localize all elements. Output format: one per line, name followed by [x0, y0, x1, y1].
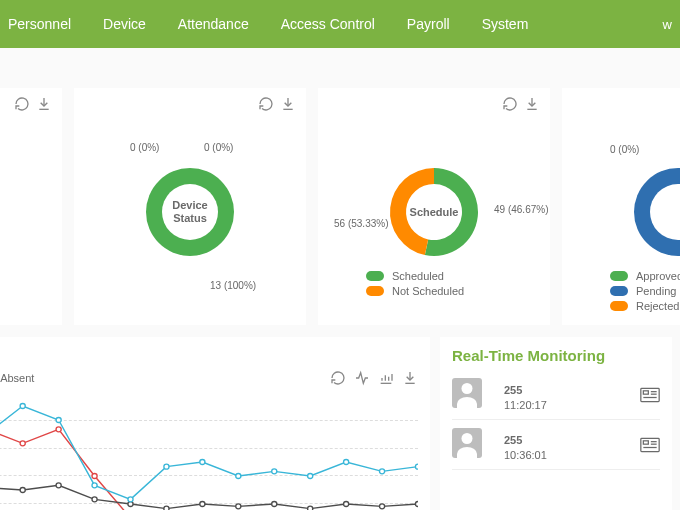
- monitor-time: 10:36:01: [504, 449, 610, 461]
- svg-point-9: [20, 441, 25, 446]
- donut-callout: 0 (0%): [610, 144, 639, 155]
- refresh-icon[interactable]: [502, 96, 518, 112]
- activity-icon[interactable]: [354, 370, 370, 386]
- donut-card: DeviceStatus 0 (0%)0 (0%)13 (100%): [74, 88, 306, 325]
- monitor-title: Real-Time Monitoring: [452, 347, 660, 364]
- svg-point-43: [20, 404, 25, 409]
- bar-chart-icon[interactable]: [378, 370, 394, 386]
- donut-legend: OnlineOfflineUnauthorized: [0, 270, 52, 312]
- donut-callout: 13 (100%): [210, 280, 256, 291]
- download-icon[interactable]: [36, 96, 52, 112]
- trend-title: n: [0, 347, 418, 364]
- legend-row: Pending: [610, 285, 680, 297]
- legend-row: Offline: [0, 285, 52, 297]
- donut-callout: 56 (53.33%): [334, 218, 388, 229]
- svg-point-52: [344, 460, 349, 465]
- svg-point-50: [272, 469, 277, 474]
- svg-point-47: [164, 464, 169, 469]
- monitor-item[interactable]: 255 10:36:01: [452, 420, 660, 470]
- svg-point-51: [308, 474, 313, 479]
- refresh-icon[interactable]: [258, 96, 274, 112]
- legend-row: Unauthorized: [0, 300, 52, 312]
- donut-cards-row: 37 (35.24%) OnlineOfflineUnauthorized De…: [0, 48, 680, 325]
- svg-point-32: [236, 504, 241, 509]
- svg-point-45: [92, 483, 97, 488]
- monitor-text: 255 11:20:17: [504, 378, 610, 411]
- nav-personnel[interactable]: Personnel: [8, 16, 71, 32]
- nav-system[interactable]: System: [482, 16, 529, 32]
- svg-point-54: [415, 464, 418, 469]
- svg-point-11: [92, 474, 97, 479]
- download-icon[interactable]: [280, 96, 296, 112]
- svg-rect-61: [643, 440, 648, 443]
- top-nav: Personnel Device Attendance Access Contr…: [0, 0, 680, 48]
- svg-point-48: [200, 460, 205, 465]
- download-icon[interactable]: [524, 96, 540, 112]
- svg-point-37: [415, 502, 418, 507]
- legend-row: Scheduled: [366, 270, 540, 282]
- donut-callout: 49 (46.67%): [494, 204, 548, 215]
- monitor-id: 255: [504, 434, 610, 446]
- svg-point-30: [164, 506, 169, 510]
- donut-legend: ScheduledNot Scheduled: [328, 270, 540, 297]
- donut-callout: 0 (0%): [130, 142, 159, 153]
- trend-legend: Late Early-Leave Absent: [0, 370, 418, 386]
- donut-card: 37 (35.24%) OnlineOfflineUnauthorized: [0, 88, 62, 325]
- svg-rect-56: [643, 390, 648, 393]
- donut-callout: 0 (0%): [204, 142, 233, 153]
- monitor-text: 255 10:36:01: [504, 428, 610, 461]
- avatar-icon: [452, 428, 482, 458]
- donut-card: 0 (0%) ApprovedPendingRejected: [562, 88, 680, 325]
- monitor-panel: Real-Time Monitoring 255 11:20:17 255 10…: [440, 337, 672, 510]
- svg-point-27: [56, 483, 61, 488]
- avatar-icon: [452, 378, 482, 408]
- svg-point-53: [379, 469, 384, 474]
- svg-point-36: [379, 504, 384, 509]
- device-icon: [640, 387, 660, 403]
- card-toolbar: [328, 96, 540, 112]
- svg-point-35: [344, 502, 349, 507]
- svg-point-33: [272, 502, 277, 507]
- svg-point-31: [200, 502, 205, 507]
- refresh-icon[interactable]: [14, 96, 30, 112]
- svg-point-34: [308, 506, 313, 510]
- nav-access-control[interactable]: Access Control: [281, 16, 375, 32]
- refresh-icon[interactable]: [330, 370, 346, 386]
- card-toolbar: [84, 96, 296, 112]
- svg-point-10: [56, 427, 61, 432]
- svg-point-26: [20, 488, 25, 493]
- download-icon[interactable]: [402, 370, 418, 386]
- card-toolbar: [572, 96, 680, 112]
- legend-row: Rejected: [610, 300, 680, 312]
- trend-chart: [0, 392, 418, 510]
- donut-card: Schedule 56 (53.33%)49 (46.67%) Schedule…: [318, 88, 550, 325]
- monitor-item[interactable]: 255 11:20:17: [452, 370, 660, 420]
- trend-panel: n Late Early-Leave Absent 01-1601-202023…: [0, 337, 430, 510]
- nav-device[interactable]: Device: [103, 16, 146, 32]
- monitor-time: 11:20:17: [504, 399, 610, 411]
- legend-row: Not Scheduled: [366, 285, 540, 297]
- legend-row: Approved: [610, 270, 680, 282]
- device-icon: [640, 437, 660, 453]
- legend-row: Online: [0, 270, 52, 282]
- nav-payroll[interactable]: Payroll: [407, 16, 450, 32]
- card-toolbar: [0, 96, 52, 112]
- donut-legend: ApprovedPendingRejected: [572, 270, 680, 312]
- legend-absent: Absent: [0, 372, 34, 384]
- monitor-id: 255: [504, 384, 610, 396]
- donut-title: DeviceStatus: [172, 199, 207, 224]
- svg-point-46: [128, 497, 133, 502]
- svg-point-44: [56, 418, 61, 423]
- svg-point-49: [236, 474, 241, 479]
- nav-right-text: w: [663, 17, 672, 32]
- bottom-row: n Late Early-Leave Absent 01-1601-202023…: [0, 325, 680, 510]
- monitor-list: 255 11:20:17 255 10:36:01: [452, 370, 660, 470]
- svg-point-28: [92, 497, 97, 502]
- nav-attendance[interactable]: Attendance: [178, 16, 249, 32]
- donut-title: Schedule: [410, 206, 459, 219]
